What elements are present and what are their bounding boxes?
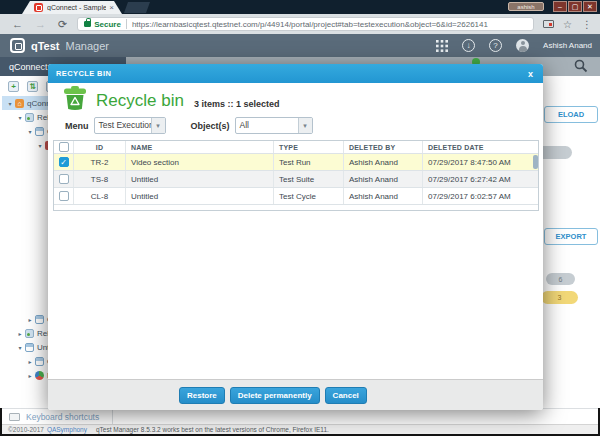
cell-deleted-date: 07/29/2017 8:47:50 AM xyxy=(423,154,538,170)
restore-button[interactable]: Restore xyxy=(179,387,225,404)
test-cycle-icon xyxy=(35,357,44,366)
logo-primary: qTest xyxy=(31,40,60,52)
bookmark-star-icon[interactable]: ☆ xyxy=(563,19,572,30)
metrics-icon xyxy=(35,371,44,380)
cast-icon[interactable] xyxy=(543,20,554,28)
cell-name: Untitled xyxy=(126,171,274,187)
cell-type: Test Suite xyxy=(274,171,344,187)
expander-icon[interactable]: ▸ xyxy=(26,358,34,365)
tab-favicon xyxy=(34,3,43,12)
browser-urlbar: ← → ⟳ Secure https://learnbasicqtest.qte… xyxy=(0,14,600,34)
reload-button-partial[interactable]: ELOAD xyxy=(544,106,598,123)
export-button[interactable]: EXPORT xyxy=(544,228,598,245)
cell-id: TS-8 xyxy=(74,171,126,187)
window-minimize-button[interactable]: – xyxy=(553,1,567,12)
url-text: https://learnbasicqtest.qtestnet.com/p/4… xyxy=(132,20,488,29)
delete-permanently-button[interactable]: Delete permanently xyxy=(230,387,320,404)
secure-lock-icon xyxy=(84,21,91,27)
project-label: qConnect - xyxy=(9,62,53,72)
column-header-type[interactable]: TYPE xyxy=(274,141,344,153)
expander-icon[interactable]: ▸ xyxy=(26,316,34,323)
modal-title: Recycle bin xyxy=(96,91,184,111)
count-badge-gray: 6 xyxy=(546,273,575,285)
logo-secondary: Manager xyxy=(66,40,109,52)
scrollbar-thumb[interactable] xyxy=(533,155,538,169)
help-icon[interactable]: ? xyxy=(489,39,502,52)
download-icon[interactable]: ↓ xyxy=(462,39,475,52)
cell-deleted-by: Ashish Anand xyxy=(344,171,423,187)
release-icon xyxy=(25,113,34,122)
expander-icon[interactable]: ▸ xyxy=(16,330,24,337)
modal-header-title: RECYCLE BIN xyxy=(56,69,528,78)
table-row[interactable]: TS-8 Untitled Test Suite Ashish Anand 07… xyxy=(54,171,538,188)
test-cycle-icon xyxy=(25,343,34,352)
new-tab-button[interactable] xyxy=(124,2,150,13)
objects-label: Object(s) xyxy=(191,121,230,131)
version-text: qTest Manager 8.5.3.2 works best on the … xyxy=(96,426,329,433)
address-bar[interactable]: Secure https://learnbasicqtest.qtestnet.… xyxy=(77,17,534,31)
column-header-name[interactable]: NAME xyxy=(126,141,274,153)
keyboard-shortcuts-link[interactable]: Keyboard shortcuts xyxy=(26,412,99,422)
menu-dropdown[interactable]: Test Execution ▾ xyxy=(94,117,166,134)
menu-label: Menu xyxy=(65,121,89,131)
forward-icon[interactable]: → xyxy=(35,18,46,30)
home-icon: ⌂ xyxy=(15,99,24,108)
modal-close-icon[interactable]: x xyxy=(528,69,533,79)
recycle-bin-table: ID NAME TYPE DELETED BY DELETED DATE ✓ T… xyxy=(53,140,539,211)
table-header-row: ID NAME TYPE DELETED BY DELETED DATE xyxy=(54,141,538,154)
tab-close-icon[interactable]: × xyxy=(109,3,114,12)
browser-tab[interactable]: qConnect - Sample Proje × xyxy=(22,1,122,14)
expander-icon[interactable]: ▾ xyxy=(36,142,44,149)
row-checkbox[interactable]: ✓ xyxy=(59,157,69,167)
objects-dropdown[interactable]: All ▾ xyxy=(235,117,313,134)
modal-header[interactable]: RECYCLE BIN x xyxy=(48,64,543,83)
chevron-down-icon: ▾ xyxy=(151,118,165,133)
expander-icon[interactable]: ▾ xyxy=(16,344,24,351)
row-checkbox[interactable] xyxy=(59,191,69,201)
select-all-checkbox[interactable] xyxy=(59,142,69,152)
add-item-icon[interactable]: + xyxy=(8,81,19,92)
qasymphony-link[interactable]: QASymphony xyxy=(47,426,87,433)
expander-icon[interactable]: ▾ xyxy=(26,128,34,135)
expander-icon[interactable]: ▾ xyxy=(16,114,24,121)
url-divider xyxy=(126,19,127,29)
count-badge-yellow: 3 xyxy=(541,291,578,304)
cell-type: Test Run xyxy=(274,154,344,170)
window-close-button[interactable]: ✕ xyxy=(583,1,597,12)
recycle-bin-modal: RECYCLE BIN x Recycle bin 3 items :: 1 s… xyxy=(48,64,543,410)
secure-label: Secure xyxy=(94,20,121,29)
search-icon[interactable] xyxy=(574,59,588,77)
cell-id: TR-2 xyxy=(74,154,126,170)
expander-icon[interactable]: ▸ xyxy=(26,372,34,379)
browser-menu-icon[interactable]: ⋮ xyxy=(582,19,592,30)
move-item-icon[interactable]: ⇅ xyxy=(27,81,38,92)
row-checkbox[interactable] xyxy=(59,174,69,184)
objects-dropdown-value: All xyxy=(236,118,298,133)
window-user-badge[interactable]: ashish xyxy=(508,2,544,11)
keyboard-icon xyxy=(9,413,20,421)
cell-deleted-date: 07/29/2017 6:27:42 AM xyxy=(423,171,538,187)
column-header-deleted-by[interactable]: DELETED BY xyxy=(344,141,423,153)
expander-icon[interactable]: ▾ xyxy=(6,100,14,107)
app-header: qTest Manager ↓ ? Ashish Anand xyxy=(0,34,600,57)
apps-grid-icon[interactable] xyxy=(436,40,448,52)
browser-titlebar: qConnect - Sample Proje × ashish – ▢ ✕ xyxy=(0,0,600,14)
modal-title-row: Recycle bin 3 items :: 1 selected xyxy=(62,86,279,115)
cell-deleted-by: Ashish Anand xyxy=(344,188,423,204)
recycle-bin-icon xyxy=(62,86,88,115)
chevron-down-icon: ▾ xyxy=(298,118,312,133)
cancel-button[interactable]: Cancel xyxy=(325,387,367,404)
column-header-id[interactable]: ID xyxy=(74,141,126,153)
column-header-deleted-date[interactable]: DELETED DATE xyxy=(423,141,538,153)
browser-window: qConnect - Sample Proje × ashish – ▢ ✕ ←… xyxy=(0,0,600,436)
menu-dropdown-value: Test Execution xyxy=(95,118,151,133)
back-icon[interactable]: ← xyxy=(12,18,23,30)
cell-deleted-by: Ashish Anand xyxy=(344,154,423,170)
user-name: Ashish Anand xyxy=(543,41,592,50)
cell-id: CL-8 xyxy=(74,188,126,204)
table-row[interactable]: CL-8 Untitled Test Cycle Ashish Anand 07… xyxy=(54,188,538,205)
window-maximize-button[interactable]: ▢ xyxy=(568,1,582,12)
table-row[interactable]: ✓ TR-2 Video section Test Run Ashish Ana… xyxy=(54,154,538,171)
reload-icon[interactable]: ⟳ xyxy=(58,18,67,31)
user-avatar[interactable] xyxy=(516,39,529,52)
